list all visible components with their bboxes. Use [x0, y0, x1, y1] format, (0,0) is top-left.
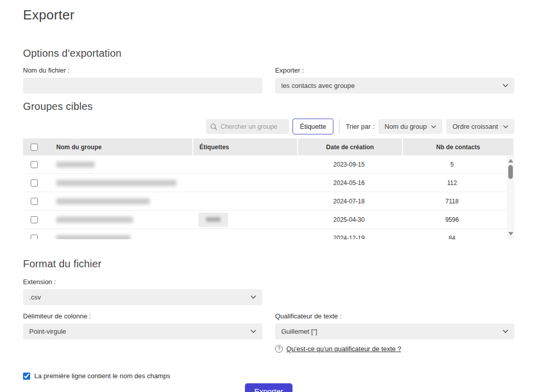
delimiter-select[interactable]: Point-virgule: [23, 324, 262, 339]
table-row[interactable]: 2024-12-19 84: [23, 229, 514, 239]
group-name-cell: [23, 235, 192, 240]
delimiter-value: Point-virgule: [29, 328, 66, 335]
extension-select[interactable]: .csv: [23, 289, 262, 305]
group-name-cell: [23, 161, 192, 168]
header-contact-count: Nb de contacts: [403, 139, 513, 155]
group-search-box[interactable]: [206, 119, 289, 134]
row-checkbox[interactable]: [31, 198, 38, 205]
chevron-down-icon: [503, 330, 508, 333]
row-checkbox[interactable]: [31, 235, 38, 240]
group-name-cell: [23, 198, 192, 205]
table-row[interactable]: 2024-07-18 7118: [23, 192, 514, 211]
first-line-checkbox[interactable]: [23, 373, 30, 380]
row-checkbox[interactable]: [31, 161, 38, 168]
chevron-down-icon: [251, 330, 256, 333]
sort-field-value: Nom du groupe: [385, 123, 427, 130]
contact-count-cell: 9596: [401, 216, 503, 223]
table-scrollbar[interactable]: [507, 155, 514, 239]
toolbar-divider: [339, 119, 340, 134]
sort-order-value: Ordre croissant: [453, 123, 498, 130]
group-name-redacted: [56, 198, 150, 204]
group-name-cell: [23, 216, 192, 223]
row-checkbox[interactable]: [31, 216, 38, 223]
contact-count-cell: 112: [401, 179, 503, 187]
group-name-redacted: [56, 217, 133, 223]
table-row[interactable]: 2025-04-30 9596: [23, 211, 514, 229]
page-title: Exporter: [23, 0, 514, 23]
options-fields-row: Nom du fichier : Exporter : les contacts…: [23, 59, 514, 94]
export-button[interactable]: Exporter: [245, 383, 292, 392]
scrollbar-thumb[interactable]: [508, 165, 513, 179]
qualifier-select[interactable]: Guillemet ["]: [275, 324, 514, 339]
group-name-redacted: [56, 162, 95, 168]
creation-date-cell: 2024-05-16: [297, 179, 401, 187]
tag-filter-button[interactable]: Étiquette: [292, 119, 333, 134]
extension-value: .csv: [29, 293, 41, 301]
extension-label: Extension :: [23, 278, 514, 286]
select-all-checkbox[interactable]: [31, 144, 38, 151]
contact-count-cell: 5: [401, 161, 503, 168]
filename-input[interactable]: [23, 78, 262, 94]
group-name-redacted: [56, 180, 176, 186]
header-group-name: Nom du groupe: [56, 144, 102, 151]
sort-order-select[interactable]: Ordre croissant: [446, 119, 514, 134]
first-line-checkbox-label: La première ligne contient le nom des ch…: [34, 372, 170, 380]
groups-section-heading: Groupes cibles: [23, 101, 514, 112]
group-name-redacted: [56, 235, 130, 240]
creation-date-cell: 2023-09-15: [297, 161, 401, 168]
header-tags: Étiquettes: [193, 139, 297, 155]
chevron-down-icon: [431, 125, 436, 128]
group-table-body: 2023-09-15 5 2024-05-16 112 2024-07-18 7…: [23, 155, 514, 239]
creation-date-cell: 2024-07-18: [297, 198, 401, 205]
groups-table: Nom du groupe Étiquettes Date de créatio…: [23, 139, 514, 239]
sort-field-select[interactable]: Nom du groupe: [378, 119, 442, 134]
chevron-down-icon: [503, 125, 508, 128]
chevron-down-icon: [251, 295, 256, 299]
chevron-down-icon: [503, 84, 508, 87]
table-row[interactable]: 2024-05-16 112: [23, 174, 514, 192]
header-creation-date: Date de création: [298, 139, 402, 155]
search-icon: [210, 123, 217, 130]
export-target-label: Exporter :: [275, 66, 514, 74]
qualifier-value: Guillemet ["]: [281, 328, 317, 335]
format-section-heading: Format du fichier: [23, 258, 514, 270]
group-name-cell: [23, 179, 192, 187]
qualifier-label: Qualificateur de texte :: [275, 312, 514, 320]
contact-count-cell: 7118: [401, 198, 503, 205]
export-target-value: les contacts avec groupe: [281, 82, 355, 89]
creation-date-cell: 2025-04-30: [297, 216, 401, 223]
help-icon: ?: [275, 345, 283, 353]
scroll-up-icon[interactable]: [508, 159, 513, 163]
contact-count-cell: 84: [401, 235, 503, 240]
tags-cell: [192, 213, 297, 227]
export-page: Exporter Options d'exportation Nom du fi…: [0, 0, 542, 392]
creation-date-cell: 2024-12-19: [297, 235, 401, 240]
table-row[interactable]: 2023-09-15 5: [23, 155, 514, 174]
row-checkbox[interactable]: [31, 179, 38, 187]
groups-toolbar: Étiquette Trier par : Nom du groupe Ordr…: [23, 119, 514, 134]
filename-label: Nom du fichier :: [23, 66, 262, 74]
qualifier-help-link[interactable]: Qu'est-ce qu'un qualificateur de texte ?: [286, 345, 401, 353]
tag-chip-redacted: [198, 213, 228, 227]
scroll-down-icon[interactable]: [508, 232, 513, 236]
sort-by-label: Trier par :: [346, 123, 374, 130]
group-search-input[interactable]: [220, 123, 285, 130]
options-section-heading: Options d'exportation: [23, 48, 514, 59]
delimiter-label: Délimiteur de colonne :: [23, 312, 262, 320]
groups-table-header: Nom du groupe Étiquettes Date de créatio…: [23, 139, 514, 155]
export-target-select[interactable]: les contacts avec groupe: [275, 78, 514, 94]
